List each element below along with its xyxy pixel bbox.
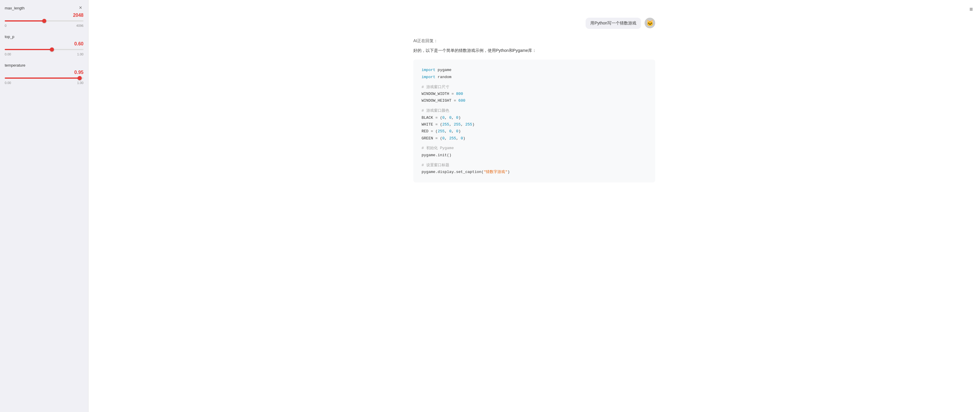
avatar: 🐱 (644, 18, 655, 28)
code-block: import pygame import random # 游戏窗口尺寸 WIN… (413, 60, 655, 182)
top-p-value: 0.60 (74, 41, 83, 46)
max-length-thumb[interactable] (42, 19, 46, 23)
code-line: import pygame (422, 67, 647, 73)
ai-status: AI正在回复： (413, 38, 655, 44)
settings-panel: × max_length 2048 0 4096 top_p 0.60 (0, 0, 89, 412)
code-line: pygame.init() (422, 152, 647, 158)
top-p-range: 0.00 1.00 (5, 52, 83, 56)
chat-panel: ≡ 用Python写一个猜数游戏 🐱 AI正在回复： 好的，以下是一个简单的猜数… (89, 0, 980, 412)
code-line: # 游戏窗口颜色 (422, 107, 647, 114)
top-p-fill (5, 49, 52, 50)
code-blank (422, 104, 647, 107)
code-blank (422, 142, 647, 145)
ai-intro: 好的，以下是一个简单的猜数游戏示例，使用Python和Pygame库： (413, 47, 655, 54)
code-line: import random (422, 74, 647, 81)
top-p-section: top_p 0.60 0.00 1.00 (5, 35, 83, 56)
code-line: WINDOW_WIDTH = 800 (422, 90, 647, 97)
max-length-range: 0 4096 (5, 24, 83, 27)
temperature-value: 0.95 (74, 70, 83, 75)
code-line: # 游戏窗口尺寸 (422, 84, 647, 90)
ai-response: AI正在回复： 好的，以下是一个简单的猜数游戏示例，使用Python和Pygam… (413, 38, 655, 182)
code-line: pygame.display.set_caption("猜数字游戏") (422, 169, 647, 175)
temperature-fill (5, 78, 80, 79)
chat-container: 用Python写一个猜数游戏 🐱 AI正在回复： 好的，以下是一个简单的猜数游戏… (401, 0, 667, 194)
max-length-fill (5, 21, 44, 22)
code-blank (422, 81, 647, 83)
temperature-thumb[interactable] (78, 76, 82, 80)
max-length-track[interactable] (5, 21, 83, 22)
top-p-slider-container: 0.60 (5, 41, 83, 50)
code-line: RED = (255, 0, 0) (422, 128, 647, 135)
max-length-label: max_length (5, 6, 83, 10)
user-message-text: 用Python写一个猜数游戏 (590, 21, 636, 25)
menu-button[interactable]: ≡ (968, 5, 974, 14)
max-length-value: 2048 (73, 13, 83, 18)
code-line: GREEN = (0, 255, 0) (422, 135, 647, 142)
max-length-section: max_length 2048 0 4096 (5, 6, 83, 27)
temperature-track[interactable] (5, 78, 83, 79)
temperature-range: 0.00 1.00 (5, 81, 83, 85)
code-line: WINDOW_HEIGHT = 600 (422, 97, 647, 104)
code-line: WHITE = (255, 255, 255) (422, 121, 647, 128)
user-bubble: 用Python写一个猜数游戏 (585, 18, 641, 29)
top-p-thumb[interactable] (50, 48, 54, 52)
code-blank (422, 158, 647, 162)
code-line: # 初始化 Pygame (422, 145, 647, 152)
temperature-slider-container: 0.95 (5, 70, 83, 79)
temperature-section: temperature 0.95 0.00 1.00 (5, 63, 83, 85)
temperature-label: temperature (5, 63, 83, 68)
code-line: BLACK = (0, 0, 0) (422, 114, 647, 121)
top-p-label: top_p (5, 35, 83, 39)
close-button[interactable]: × (77, 4, 84, 11)
max-length-slider-container: 2048 (5, 13, 83, 22)
user-message: 用Python写一个猜数游戏 🐱 (413, 18, 655, 29)
code-line: # 设置窗口标题 (422, 162, 647, 169)
top-p-track[interactable] (5, 49, 83, 50)
